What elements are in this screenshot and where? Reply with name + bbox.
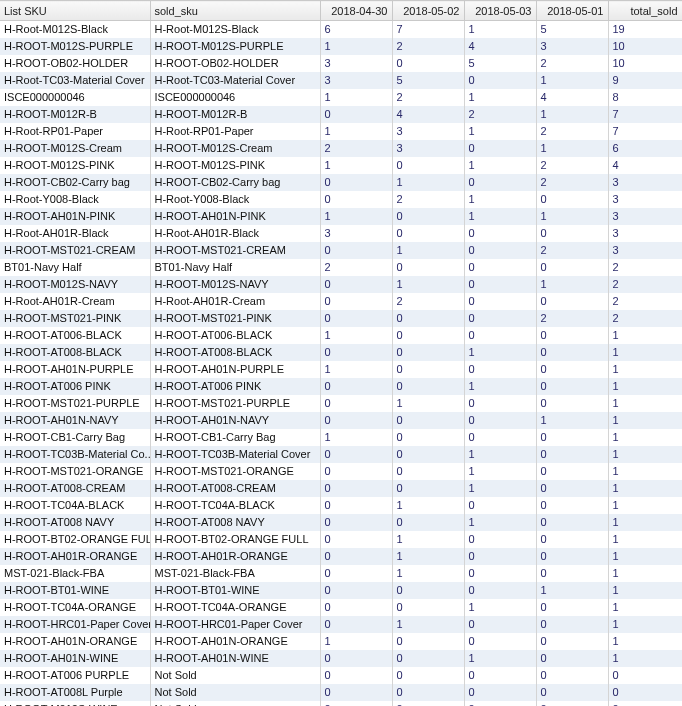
cell-2018-04-30: 0 <box>320 293 392 310</box>
cell-total-sold: 4 <box>608 157 682 174</box>
table-row[interactable]: H-ROOT-M012S-CreamH-ROOT-M012S-Cream2301… <box>0 140 682 157</box>
table-row[interactable]: H-ROOT-BT02-ORANGE FULLH-ROOT-BT02-ORANG… <box>0 531 682 548</box>
col-header-2018-05-01[interactable]: 2018-05-01 <box>536 1 608 21</box>
cell-2018-04-30: 1 <box>320 89 392 106</box>
cell-sold-sku: H-ROOT-AT008-CREAM <box>150 480 320 497</box>
table-row[interactable]: H-ROOT-AT008L PurpleNot Sold00000 <box>0 684 682 701</box>
cell-2018-05-01: 0 <box>536 616 608 633</box>
cell-2018-04-30: 0 <box>320 531 392 548</box>
table-row[interactable]: H-ROOT-AH01N-PINKH-ROOT-AH01N-PINK10113 <box>0 208 682 225</box>
table-row[interactable]: H-ROOT-M012S-NAVYH-ROOT-M012S-NAVY01012 <box>0 276 682 293</box>
cell-2018-05-01: 2 <box>536 123 608 140</box>
cell-2018-05-03: 0 <box>464 259 536 276</box>
table-row[interactable]: H-ROOT-MST021-CREAMH-ROOT-MST021-CREAM01… <box>0 242 682 259</box>
table-row[interactable]: H-ROOT-BT01-WINEH-ROOT-BT01-WINE00011 <box>0 582 682 599</box>
table-row[interactable]: H-ROOT-M012R-BH-ROOT-M012R-B04217 <box>0 106 682 123</box>
col-header-2018-05-03[interactable]: 2018-05-03 <box>464 1 536 21</box>
cell-2018-05-03: 0 <box>464 310 536 327</box>
cell-2018-05-02: 2 <box>392 89 464 106</box>
col-header-list-sku[interactable]: List SKU <box>0 1 150 21</box>
cell-2018-04-30: 0 <box>320 242 392 259</box>
table-row[interactable]: H-ROOT-M012S-PINKH-ROOT-M012S-PINK10124 <box>0 157 682 174</box>
table-row[interactable]: H-ROOT-AH01N-NAVYH-ROOT-AH01N-NAVY00011 <box>0 412 682 429</box>
table-row[interactable]: H-ROOT-AT008-CREAMH-ROOT-AT008-CREAM0010… <box>0 480 682 497</box>
table-row[interactable]: BT01-Navy HalfBT01-Navy Half20002 <box>0 259 682 276</box>
col-header-sold-sku[interactable]: sold_sku <box>150 1 320 21</box>
table-row[interactable]: H-ROOT-TC04A-ORANGEH-ROOT-TC04A-ORANGE00… <box>0 599 682 616</box>
table-row[interactable]: ISCE000000046ISCE00000004612148 <box>0 89 682 106</box>
table-row[interactable]: H-Root-M012S-BlackH-Root-M012S-Black6715… <box>0 21 682 38</box>
cell-total-sold: 1 <box>608 599 682 616</box>
cell-2018-04-30: 0 <box>320 412 392 429</box>
table-row[interactable]: H-ROOT-AH01R-ORANGEH-ROOT-AH01R-ORANGE01… <box>0 548 682 565</box>
cell-2018-05-01: 2 <box>536 310 608 327</box>
table-row[interactable]: H-ROOT-AT006-BLACKH-ROOT-AT006-BLACK1000… <box>0 327 682 344</box>
cell-total-sold: 1 <box>608 395 682 412</box>
table-row[interactable]: H-ROOT-AH01N-PURPLEH-ROOT-AH01N-PURPLE10… <box>0 361 682 378</box>
cell-list-sku: H-ROOT-MST021-PURPLE <box>0 395 150 412</box>
table-row[interactable]: H-Root-RP01-PaperH-Root-RP01-Paper13127 <box>0 123 682 140</box>
cell-2018-05-03: 4 <box>464 38 536 55</box>
cell-sold-sku: H-ROOT-MST021-PINK <box>150 310 320 327</box>
table-row[interactable]: H-ROOT-MST021-PURPLEH-ROOT-MST021-PURPLE… <box>0 395 682 412</box>
cell-list-sku: H-ROOT-TC04A-ORANGE <box>0 599 150 616</box>
cell-2018-04-30: 0 <box>320 276 392 293</box>
col-header-2018-05-02[interactable]: 2018-05-02 <box>392 1 464 21</box>
cell-2018-05-02: 1 <box>392 395 464 412</box>
cell-sold-sku: H-ROOT-AT008 NAVY <box>150 514 320 531</box>
cell-sold-sku: H-ROOT-OB02-HOLDER <box>150 55 320 72</box>
cell-total-sold: 9 <box>608 72 682 89</box>
table-row[interactable]: H-ROOT-HRC01-Paper CoverH-ROOT-HRC01-Pap… <box>0 616 682 633</box>
table-row[interactable]: H-Root-TC03-Material CoverH-Root-TC03-Ma… <box>0 72 682 89</box>
cell-total-sold: 1 <box>608 446 682 463</box>
table-row[interactable]: H-ROOT-AT008 NAVYH-ROOT-AT008 NAVY00101 <box>0 514 682 531</box>
cell-list-sku: H-ROOT-OB02-HOLDER <box>0 55 150 72</box>
table-row[interactable]: H-ROOT-OB02-HOLDERH-ROOT-OB02-HOLDER3052… <box>0 55 682 72</box>
table-row[interactable]: H-ROOT-M012S-PURPLEH-ROOT-M012S-PURPLE12… <box>0 38 682 55</box>
table-row[interactable]: H-ROOT-CB02-Carry bagH-ROOT-CB02-Carry b… <box>0 174 682 191</box>
table-row[interactable]: H-ROOT-MST021-PINKH-ROOT-MST021-PINK0002… <box>0 310 682 327</box>
cell-2018-05-02: 1 <box>392 531 464 548</box>
table-row[interactable]: H-ROOT-MST021-ORANGEH-ROOT-MST021-ORANGE… <box>0 463 682 480</box>
cell-2018-04-30: 0 <box>320 650 392 667</box>
cell-list-sku: H-Root-RP01-Paper <box>0 123 150 140</box>
table-row[interactable]: H-Root-Y008-BlackH-Root-Y008-Black02103 <box>0 191 682 208</box>
cell-2018-05-01: 0 <box>536 327 608 344</box>
table-row[interactable]: H-ROOT-AT006 PINKH-ROOT-AT006 PINK00101 <box>0 378 682 395</box>
table-row[interactable]: H-ROOT-CB1-Carry BagH-ROOT-CB1-Carry Bag… <box>0 429 682 446</box>
cell-2018-05-01: 5 <box>536 21 608 38</box>
cell-sold-sku: BT01-Navy Half <box>150 259 320 276</box>
cell-sold-sku: H-ROOT-AH01N-PURPLE <box>150 361 320 378</box>
table-row[interactable]: H-Root-AH01R-CreamH-Root-AH01R-Cream0200… <box>0 293 682 310</box>
cell-2018-04-30: 1 <box>320 38 392 55</box>
cell-2018-05-01: 0 <box>536 293 608 310</box>
cell-list-sku: H-ROOT-CB02-Carry bag <box>0 174 150 191</box>
table-row[interactable]: H-ROOT-AT008-BLACKH-ROOT-AT008-BLACK0010… <box>0 344 682 361</box>
cell-total-sold: 1 <box>608 531 682 548</box>
cell-total-sold: 8 <box>608 89 682 106</box>
cell-2018-05-03: 0 <box>464 276 536 293</box>
col-header-total-sold[interactable]: total_sold <box>608 1 682 21</box>
cell-2018-05-03: 0 <box>464 140 536 157</box>
cell-total-sold: 1 <box>608 378 682 395</box>
cell-sold-sku: H-Root-RP01-Paper <box>150 123 320 140</box>
cell-2018-05-02: 0 <box>392 327 464 344</box>
cell-2018-05-02: 0 <box>392 684 464 701</box>
cell-sold-sku: Not Sold <box>150 701 320 707</box>
table-row[interactable]: H-ROOT-AT006 PURPLENot Sold00000 <box>0 667 682 684</box>
table-row[interactable]: MST-021-Black-FBAMST-021-Black-FBA01001 <box>0 565 682 582</box>
col-header-2018-04-30[interactable]: 2018-04-30 <box>320 1 392 21</box>
cell-2018-05-01: 0 <box>536 599 608 616</box>
table-row[interactable]: H-ROOT-AH01N-ORANGEH-ROOT-AH01N-ORANGE10… <box>0 633 682 650</box>
cell-2018-05-03: 1 <box>464 344 536 361</box>
cell-sold-sku: H-ROOT-AH01N-NAVY <box>150 412 320 429</box>
table-row[interactable]: H-ROOT-M012S-WINENot Sold00000 <box>0 701 682 707</box>
cell-2018-05-02: 0 <box>392 225 464 242</box>
cell-total-sold: 19 <box>608 21 682 38</box>
table-row[interactable]: H-ROOT-AH01N-WINEH-ROOT-AH01N-WINE00101 <box>0 650 682 667</box>
table-row[interactable]: H-Root-AH01R-BlackH-Root-AH01R-Black3000… <box>0 225 682 242</box>
table-row[interactable]: H-ROOT-TC03B-Material Co...H-ROOT-TC03B-… <box>0 446 682 463</box>
table-row[interactable]: H-ROOT-TC04A-BLACKH-ROOT-TC04A-BLACK0100… <box>0 497 682 514</box>
cell-sold-sku: H-ROOT-AT008-BLACK <box>150 344 320 361</box>
cell-2018-05-01: 1 <box>536 140 608 157</box>
